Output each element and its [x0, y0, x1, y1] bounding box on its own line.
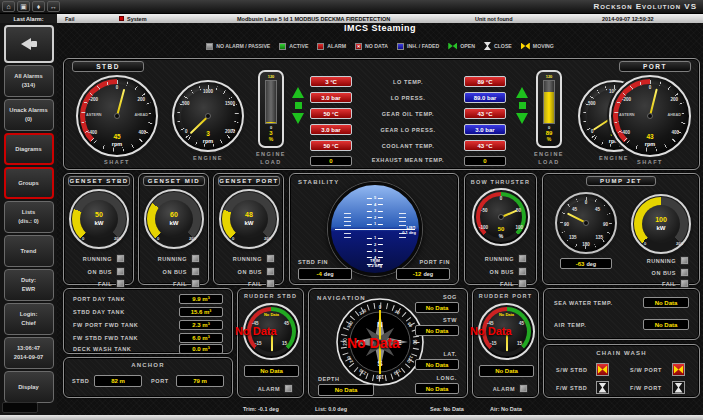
stbd-exhaust-mean-temp-value: 0	[310, 156, 352, 166]
alarm-result: Unit not found	[475, 16, 513, 22]
sidebar-item-login[interactable]: Login:Chief	[4, 303, 54, 335]
sog-value: No Data	[415, 302, 459, 313]
window-icon[interactable]: ▣	[17, 1, 30, 12]
legend-alarm-icon	[317, 43, 324, 50]
arrow-down-icon[interactable]	[516, 113, 528, 124]
genset-port-onbus-row: ON BUS	[220, 267, 275, 276]
last-alarm-strip[interactable]: Fail System Modbusin Lane 5 Id 1 MODBUS …	[57, 14, 703, 23]
anchor-port-value: 79 m	[176, 375, 224, 387]
fw-port-valve-icon[interactable]	[672, 381, 685, 394]
genset-port-title: GENSET PORT	[218, 176, 280, 186]
tanks-panel: PORT DAY TANK 9.9 m³ STBD DAY TANK 15.6 …	[63, 288, 233, 354]
on-bus-checkbox[interactable]	[680, 268, 689, 277]
sidebar-item-duty[interactable]: Duty:EWR	[4, 269, 54, 301]
port-shaft-gauge: 0 -200 200 ASTERN AHEAD -400 400 43 rpm	[609, 75, 691, 157]
status-legend: NO ALARM / PASSIVE ACTIVE ALARM ✕NO DATA…	[57, 42, 703, 50]
sidebar-item-trend[interactable]: Trend	[4, 235, 54, 267]
rudder-stbd-value: No Data	[244, 365, 299, 377]
tank-value: 6.0 m³	[179, 333, 223, 343]
load-fill	[544, 92, 554, 123]
genset-stbd-fail-row: FAIL	[70, 279, 125, 288]
fw-stbd-label: F/W STBD	[556, 385, 587, 391]
chain-wash-panel: CHAIN WASH S/W STBD S/W PORT F/W STBD F/…	[543, 344, 700, 398]
stbd-coolant-temp-value: 50 °C	[310, 140, 352, 151]
on-bus-checkbox[interactable]	[191, 267, 200, 276]
engines-panel: STBD PORT 0 -200 200 ASTERN AHEAD -400 4…	[63, 58, 700, 170]
sw-stbd-valve-icon[interactable]	[596, 363, 609, 376]
fail-checkbox[interactable]	[680, 279, 689, 288]
port-shaft-title: SHAFT	[609, 159, 691, 165]
horn-icon	[21, 38, 37, 50]
svg-text:90: 90	[412, 339, 417, 345]
running-checkbox[interactable]	[191, 254, 200, 263]
stbd-lo-press-value: 3.0 bar	[310, 92, 352, 103]
arrows-icon[interactable]: ↔	[47, 1, 60, 12]
legend-open-icon	[448, 43, 457, 50]
arrow-mid-icon[interactable]	[519, 102, 526, 109]
fail-checkbox[interactable]	[116, 279, 125, 288]
sea-water-temp-value: No Data	[643, 297, 689, 308]
sidebar-item-groups[interactable]: Groups	[4, 167, 54, 199]
on-bus-checkbox[interactable]	[266, 267, 275, 276]
genset-port-gauge: 48 kW 0 200	[219, 189, 279, 249]
sw-port-valve-icon[interactable]	[672, 363, 685, 376]
running-checkbox[interactable]	[266, 254, 275, 263]
running-checkbox[interactable]	[680, 256, 689, 265]
sidebar-item-clock[interactable]: 13:06:472014-09-07	[4, 337, 54, 369]
list-scale-left	[344, 213, 351, 238]
fw-stbd-valve-icon[interactable]	[596, 381, 609, 394]
lat-label: LAT.	[443, 351, 457, 357]
pump-jet-title: PUMP JET	[586, 176, 656, 186]
sw-port-label: S/W PORT	[630, 367, 662, 373]
genset-port-panel: GENSET PORT 48 kW 0 200 RUNNING ON BUS F…	[213, 173, 284, 285]
sidebar-item-diagrams[interactable]: Diagrams	[4, 133, 54, 165]
fail-checkbox[interactable]	[518, 279, 527, 288]
lo-temp-label: LO TEMP.	[356, 79, 460, 85]
on-bus-checkbox[interactable]	[518, 267, 527, 276]
genset-mid-gauge: 60 kW 0 200	[144, 189, 204, 249]
alarm-checkbox[interactable]	[519, 384, 528, 393]
home-icon[interactable]: ⌂	[2, 1, 15, 12]
stbd-shaft-title: SHAFT	[76, 159, 158, 165]
on-bus-checkbox[interactable]	[116, 267, 125, 276]
genset-mid-fail-row: FAIL	[145, 279, 200, 288]
arrow-up-icon[interactable]	[516, 87, 528, 98]
sidebar-item-unack-alarms[interactable]: Unack Alarms(0)	[4, 99, 54, 131]
lat-value: No Data	[415, 359, 459, 370]
page-title: IMCS Steaming	[57, 23, 703, 33]
running-checkbox[interactable]	[116, 254, 125, 263]
depth-label: DEPTH	[318, 376, 340, 382]
arrow-up-icon[interactable]	[292, 87, 304, 98]
port-lo-press-value: 89.0 bar	[464, 92, 506, 103]
svg-text:180: 180	[376, 374, 384, 379]
alarm-state: Fail	[65, 16, 74, 22]
sidebar-item-lists[interactable]: Lists(dis.: 0)	[4, 201, 54, 233]
marker-icon[interactable]: ♦	[32, 1, 45, 12]
pump-onbus-row: ON BUS	[631, 268, 689, 277]
pump-fail-row: FAIL	[631, 279, 689, 288]
running-checkbox[interactable]	[518, 254, 527, 263]
port-engine-load-bar: 120 0 89 %	[536, 70, 562, 148]
sidebar-mute-alarm-button[interactable]	[4, 25, 54, 63]
pump-running-row: RUNNING	[631, 256, 689, 265]
legend-no-alarm-icon	[206, 43, 213, 50]
sea-water-temp-label: SEA WATER TEMP.	[554, 300, 613, 306]
lo-press-label: LO PRESS.	[356, 95, 460, 101]
rudder-port-alarm-row: ALARM	[479, 384, 528, 393]
tank-label: DECK WASH TANK	[73, 346, 131, 352]
load-fill	[266, 122, 276, 123]
arrow-mid-icon[interactable]	[295, 102, 302, 109]
genset-mid-running-row: RUNNING	[145, 254, 200, 263]
fail-checkbox[interactable]	[266, 279, 275, 288]
rudder-stbd-alarm-row: ALARM	[244, 384, 293, 393]
alarm-checkbox[interactable]	[284, 384, 293, 393]
pump-jet-kw-gauge: 100 kW 0 200	[631, 194, 691, 254]
legend-close-icon	[484, 42, 491, 50]
sidebar-item-display[interactable]: Display	[4, 371, 54, 403]
arrow-down-icon[interactable]	[292, 113, 304, 124]
genset-stbd-onbus-row: ON BUS	[70, 267, 125, 276]
fail-checkbox[interactable]	[191, 279, 200, 288]
sidebar-item-all-alarms[interactable]: All Alarms(314)	[4, 65, 54, 97]
stability-panel: STABILITY 5 4 3 2 1 1 2 3 4 5	[289, 173, 459, 285]
gear-lo-press-label: GEAR LO PRESS.	[356, 127, 460, 133]
